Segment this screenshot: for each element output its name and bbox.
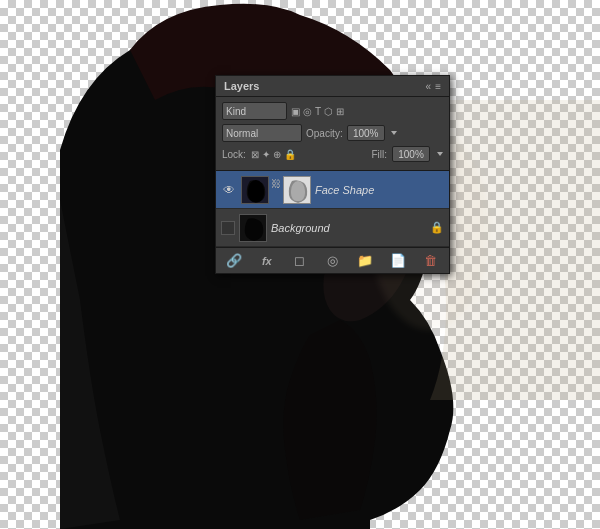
link-button[interactable]: 🔗 bbox=[224, 253, 244, 268]
layer-row-background[interactable]: Background 🔒 bbox=[216, 209, 449, 247]
layers-panel: Layers « ≡ Kind ▣ ◎ T ⬡ ⊞ Normal Opacity… bbox=[215, 75, 450, 274]
fx-button[interactable]: fx bbox=[257, 255, 277, 267]
visibility-eye-face-shape[interactable]: 👁 bbox=[221, 182, 237, 198]
face-shape-layer-thumb bbox=[241, 176, 269, 204]
opacity-dropdown-arrow bbox=[391, 131, 397, 135]
shape-icon[interactable]: ⬡ bbox=[324, 106, 333, 117]
kind-select[interactable]: Kind bbox=[222, 102, 287, 120]
background-lock-icon: 🔒 bbox=[430, 221, 444, 234]
delete-layer-button[interactable]: 🗑 bbox=[421, 253, 441, 268]
background-layer-thumb bbox=[239, 214, 267, 242]
collapse-button[interactable]: « bbox=[426, 81, 432, 92]
new-fill-layer-button[interactable]: ◻ bbox=[290, 253, 310, 268]
lock-label: Lock: bbox=[222, 149, 246, 160]
blend-mode-row: Normal Opacity: bbox=[222, 124, 443, 142]
visibility-checkbox-background[interactable] bbox=[221, 221, 235, 235]
blend-mode-select[interactable]: Normal bbox=[222, 124, 302, 142]
layer-row-face-shape[interactable]: 👁 ⛓ Face Shape bbox=[216, 171, 449, 209]
opacity-input[interactable] bbox=[347, 125, 385, 141]
type-icon[interactable]: T bbox=[315, 106, 321, 117]
panel-header: Layers « ≡ bbox=[216, 76, 449, 97]
adjustment-icon[interactable]: ◎ bbox=[303, 106, 312, 117]
lock-pixels-icon[interactable]: ⊠ bbox=[251, 149, 259, 160]
lock-artboards-icon[interactable]: ⊕ bbox=[273, 149, 281, 160]
layer-chain-icon: ⛓ bbox=[271, 176, 281, 192]
lock-position-icon[interactable]: ✦ bbox=[262, 149, 270, 160]
opacity-label: Opacity: bbox=[306, 128, 343, 139]
lock-all-icon[interactable]: 🔒 bbox=[284, 149, 296, 160]
layers-list: 👁 ⛓ Face Shape bbox=[216, 171, 449, 247]
kind-row: Kind ▣ ◎ T ⬡ ⊞ bbox=[222, 102, 443, 120]
new-group-button[interactable]: 📁 bbox=[355, 253, 375, 268]
face-shape-thumbnails: ⛓ bbox=[241, 176, 311, 204]
smart-object-icon[interactable]: ⊞ bbox=[336, 106, 344, 117]
kind-icons: ▣ ◎ T ⬡ ⊞ bbox=[291, 106, 344, 117]
background-thumbnails bbox=[239, 214, 267, 242]
new-layer-button[interactable]: 📄 bbox=[388, 253, 408, 268]
pixel-icon[interactable]: ▣ bbox=[291, 106, 300, 117]
face-shape-mask-thumb bbox=[283, 176, 311, 204]
new-adjustment-layer-button[interactable]: ◎ bbox=[322, 253, 342, 268]
panel-controls: Kind ▣ ◎ T ⬡ ⊞ Normal Opacity: Lock: ⊠ bbox=[216, 97, 449, 171]
panel-title: Layers bbox=[224, 80, 259, 92]
panel-header-icons: « ≡ bbox=[426, 81, 441, 92]
fill-label: Fill: bbox=[371, 149, 387, 160]
fill-dropdown-arrow bbox=[437, 152, 443, 156]
background-layer-name: Background bbox=[271, 222, 426, 234]
lock-icons: ⊠ ✦ ⊕ 🔒 bbox=[251, 149, 296, 160]
fill-input[interactable] bbox=[392, 146, 430, 162]
lock-fill-row: Lock: ⊠ ✦ ⊕ 🔒 Fill: bbox=[222, 146, 443, 162]
panel-footer: 🔗 fx ◻ ◎ 📁 📄 🗑 bbox=[216, 247, 449, 273]
panel-menu-button[interactable]: ≡ bbox=[435, 81, 441, 92]
face-shape-layer-name: Face Shape bbox=[315, 184, 444, 196]
